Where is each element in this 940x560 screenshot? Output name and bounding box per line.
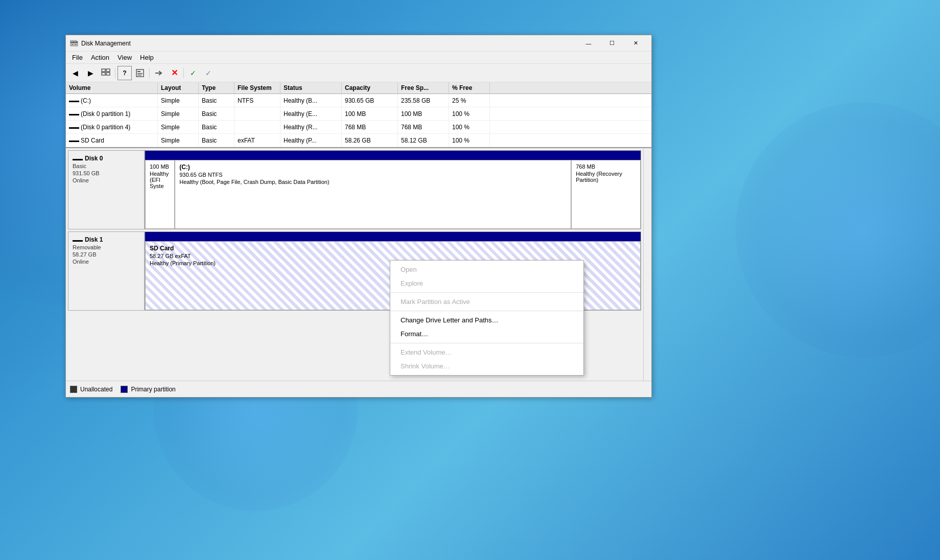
menu-file[interactable]: File <box>68 52 87 63</box>
menu-bar: File Action View Help <box>66 52 651 64</box>
partition-status: Healthy (Recovery Partition) <box>576 171 636 183</box>
td-free: 768 MB <box>398 121 449 133</box>
header-type: Type <box>199 82 234 94</box>
ctx-open[interactable]: Open <box>390 263 583 276</box>
td-fs: exFAT <box>234 134 280 147</box>
disk-info: ▬▬ Disk 1 Removable 58.27 GB Online <box>68 232 145 310</box>
disk-icon: ▬▬ <box>73 237 83 243</box>
disk-management-window: Disk Management — ☐ ✕ File Action View H… <box>65 35 652 398</box>
ctx-sep-1 <box>390 292 583 293</box>
volume-icon: ▬▬ <box>69 98 79 103</box>
disk-info: ▬▬ Disk 0 Basic 931.50 GB Online <box>68 151 145 229</box>
window-controls: — ☐ ✕ <box>577 35 647 52</box>
disk-name: ▬▬ Disk 0 <box>73 155 140 162</box>
disk-size: 58.27 GB <box>73 251 140 258</box>
td-pct: 100 % <box>449 121 490 133</box>
title-bar: Disk Management — ☐ ✕ <box>66 35 651 52</box>
window-title: Disk Management <box>81 40 577 47</box>
disk-type: Removable <box>73 244 140 250</box>
close-button[interactable]: ✕ <box>624 35 647 52</box>
td-pct: 100 % <box>449 134 490 147</box>
partition-name: SD Card <box>150 245 636 252</box>
td-capacity: 100 MB <box>342 107 398 120</box>
legend-unallocated-box <box>70 386 77 393</box>
disk-partitions: 100 MBHealthy (EFI Syste(C:)930.65 GB NT… <box>145 160 641 229</box>
connect-button[interactable] <box>152 66 166 80</box>
disk-status: Online <box>73 259 140 265</box>
td-free: 100 MB <box>398 107 449 120</box>
svg-rect-5 <box>74 40 77 42</box>
td-capacity: 930.65 GB <box>342 94 398 107</box>
ctx-mark-active[interactable]: Mark Partition as Active <box>390 295 583 309</box>
disk-view-button[interactable] <box>99 66 113 80</box>
td-fs <box>234 107 280 120</box>
disk-row-0: ▬▬ Disk 0 Basic 931.50 GB Online 100 MBH… <box>68 150 641 229</box>
td-type: Basic <box>199 94 234 107</box>
disk-visual: 100 MBHealthy (EFI Syste(C:)930.65 GB NT… <box>145 151 641 229</box>
table-row[interactable]: ▬▬ (Disk 0 partition 4) SimpleBasicHealt… <box>66 121 651 134</box>
ctx-shrink-volume[interactable]: Shrink Volume… <box>390 359 583 373</box>
td-status: Healthy (P... <box>280 134 342 147</box>
partition[interactable]: 768 MBHealthy (Recovery Partition) <box>571 160 641 229</box>
td-layout: Simple <box>158 121 199 133</box>
td-fs: NTFS <box>234 94 280 107</box>
ctx-format[interactable]: Format… <box>390 327 583 341</box>
svg-rect-4 <box>70 40 73 42</box>
properties-button[interactable] <box>133 66 147 80</box>
td-free: 235.58 GB <box>398 94 449 107</box>
svg-rect-6 <box>102 69 105 72</box>
td-type: Basic <box>199 121 234 133</box>
disk-bar <box>145 151 641 160</box>
partition-size: 930.65 GB NTFS <box>179 172 567 178</box>
ctx-sep-3 <box>390 343 583 343</box>
td-type: Basic <box>199 134 234 147</box>
partition-status: Healthy (Boot, Page File, Crash Dump, Ba… <box>179 179 567 185</box>
td-status: Healthy (B... <box>280 94 342 107</box>
svg-rect-11 <box>137 71 140 72</box>
td-capacity: 768 MB <box>342 121 398 133</box>
menu-action[interactable]: Action <box>87 52 113 63</box>
check1-button[interactable]: ✓ <box>186 66 200 80</box>
table-row[interactable]: ▬▬ (Disk 0 partition 1) SimpleBasicHealt… <box>66 107 651 121</box>
disk-size: 931.50 GB <box>73 170 140 176</box>
partition-size: 768 MB <box>576 164 636 170</box>
toolbar: ◀ ▶ ? ✕ <box>66 64 651 82</box>
svg-rect-3 <box>75 44 77 45</box>
td-free: 58.12 GB <box>398 134 449 147</box>
check2-button[interactable]: ✓ <box>201 66 216 80</box>
header-pctfree: % Free <box>449 82 490 94</box>
td-type: Basic <box>199 107 234 120</box>
ctx-explore[interactable]: Explore <box>390 276 583 290</box>
td-volume: ▬▬ (C:) <box>66 94 158 107</box>
td-fs <box>234 121 280 133</box>
table-row[interactable]: ▬▬ SD Card SimpleBasicexFATHealthy (P...… <box>66 134 651 147</box>
svg-rect-2 <box>72 44 74 45</box>
partition[interactable]: (C:)930.65 GB NTFSHealthy (Boot, Page Fi… <box>175 160 571 229</box>
delete-button[interactable]: ✕ <box>167 66 181 80</box>
header-fs: File System <box>234 82 280 94</box>
maximize-button[interactable]: ☐ <box>600 35 624 52</box>
menu-view[interactable]: View <box>113 52 136 63</box>
help-button[interactable]: ? <box>118 66 132 80</box>
table-header: Volume Layout Type File System Status Ca… <box>66 82 651 94</box>
td-volume: ▬▬ SD Card <box>66 134 158 147</box>
td-volume: ▬▬ (Disk 0 partition 1) <box>66 107 158 120</box>
header-capacity: Capacity <box>342 82 398 94</box>
scrollbar[interactable] <box>643 148 651 381</box>
minimize-button[interactable]: — <box>577 35 600 52</box>
ctx-change-drive-letter[interactable]: Change Drive Letter and Paths… <box>390 313 583 327</box>
svg-rect-12 <box>137 73 143 74</box>
forward-button[interactable]: ▶ <box>83 66 98 80</box>
partition-name: (C:) <box>179 164 567 171</box>
menu-help[interactable]: Help <box>136 52 158 63</box>
table-row[interactable]: ▬▬ (C:) SimpleBasicNTFSHealthy (B...930.… <box>66 94 651 107</box>
td-layout: Simple <box>158 94 199 107</box>
header-status: Status <box>280 82 342 94</box>
td-capacity: 58.26 GB <box>342 134 398 147</box>
volume-icon: ▬▬ <box>69 111 79 116</box>
legend-primary-box <box>121 386 128 393</box>
ctx-extend-volume[interactable]: Extend Volume… <box>390 345 583 359</box>
back-button[interactable]: ◀ <box>68 66 82 80</box>
partition[interactable]: 100 MBHealthy (EFI Syste <box>145 160 175 229</box>
disk-type: Basic <box>73 163 140 169</box>
